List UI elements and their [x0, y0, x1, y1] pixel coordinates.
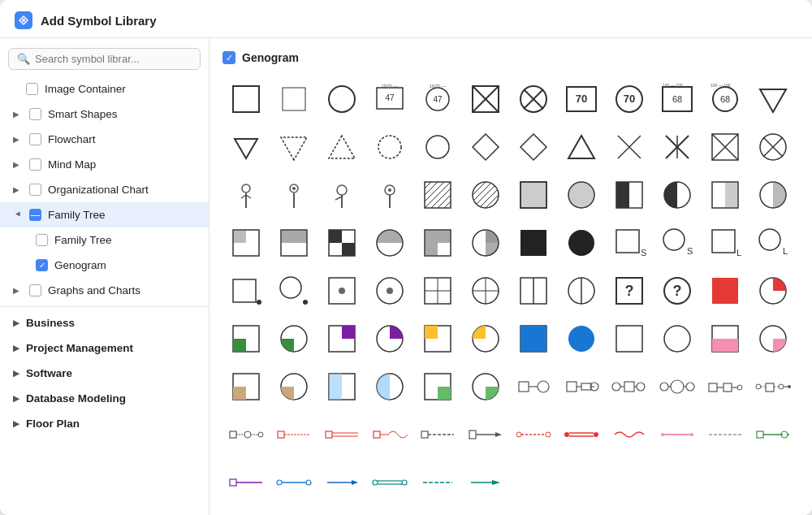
- symbol-square-age-47[interactable]: 471970 —: [366, 76, 412, 122]
- symbol-red-conn-1[interactable]: [510, 411, 556, 457]
- symbol-square-68[interactable]: 68100 — 100: [654, 76, 700, 122]
- symbol-x-square[interactable]: [606, 123, 652, 170]
- symbol-blue-square[interactable]: [510, 315, 556, 361]
- symbol-circle-x[interactable]: [510, 76, 556, 122]
- sidebar-item-smart-shapes[interactable]: ▶ Smart Shapes: [0, 102, 209, 127]
- symbol-circle-center-dot[interactable]: [366, 267, 412, 314]
- symbol-connector-4[interactable]: [654, 363, 700, 409]
- symbol-circle[interactable]: [318, 76, 365, 122]
- symbol-pink-half-square[interactable]: [702, 315, 748, 361]
- symbol-square-center-dot[interactable]: [318, 267, 365, 314]
- symbol-vsplit-square[interactable]: [510, 267, 556, 314]
- symbol-square[interactable]: [222, 76, 269, 122]
- symbol-full-black-square[interactable]: [510, 219, 556, 266]
- symbol-plant-3[interactable]: [318, 171, 365, 218]
- symbol-x-circle[interactable]: [749, 123, 796, 170]
- symbol-question-circle[interactable]: ?: [654, 267, 700, 314]
- sidebar-item-graphs[interactable]: ▶ Graphs and Charts: [0, 278, 209, 303]
- symbol-circle-l[interactable]: L: [749, 219, 796, 266]
- symbol-red-pie-circle[interactable]: [749, 267, 796, 314]
- symbol-triangle-down[interactable]: [749, 76, 796, 122]
- symbol-half-circle-top[interactable]: [366, 219, 412, 266]
- symbol-red-conn-2[interactable]: [558, 411, 604, 457]
- checkbox-family-tree[interactable]: —: [29, 209, 41, 221]
- symbol-cross-square[interactable]: [702, 123, 748, 170]
- symbol-connector-1[interactable]: [510, 363, 556, 409]
- symbol-circle-dot[interactable]: [270, 267, 317, 314]
- sidebar-item-org-chart[interactable]: ▶ Organizational Chart: [0, 177, 209, 202]
- symbol-circle-filled-small[interactable]: [414, 123, 460, 170]
- symbol-three-quarter-square[interactable]: [414, 219, 460, 266]
- symbol-half-black-circle-left[interactable]: [654, 171, 700, 218]
- symbol-line-connector-6[interactable]: [462, 411, 508, 457]
- symbol-tan-circle[interactable]: [270, 363, 317, 409]
- symbol-x-crossed[interactable]: [654, 123, 700, 170]
- symbol-circle-pie[interactable]: [462, 219, 508, 266]
- symbol-square-x[interactable]: [462, 76, 508, 122]
- symbol-square-4quad[interactable]: [414, 267, 460, 314]
- symbol-square-70[interactable]: 70: [558, 76, 604, 122]
- checkbox-mind-map[interactable]: [29, 158, 41, 171]
- symbol-circle-age-47[interactable]: 471970 —: [414, 76, 460, 122]
- symbol-square-s[interactable]: S: [606, 219, 652, 266]
- symbol-red-wavy[interactable]: [606, 411, 652, 457]
- symbol-circle-4quad[interactable]: [462, 267, 508, 314]
- symbol-vsplit-circle[interactable]: [558, 267, 604, 314]
- symbol-plant-4[interactable]: [366, 171, 412, 218]
- checkbox-image-container[interactable]: [26, 83, 38, 95]
- symbol-dense-hatch-circle[interactable]: [558, 171, 604, 218]
- symbol-green-quad-circle[interactable]: [462, 363, 508, 409]
- symbol-hatch-square[interactable]: [414, 171, 460, 218]
- symbol-square-l[interactable]: L: [702, 219, 748, 266]
- symbol-half-square-top[interactable]: [270, 219, 317, 266]
- symbol-red-square[interactable]: [702, 267, 748, 314]
- symbol-purple-conn[interactable]: [222, 459, 269, 505]
- symbol-plant-1[interactable]: [222, 171, 269, 218]
- symbol-green-conn[interactable]: [749, 411, 796, 457]
- symbol-half-black-square-right[interactable]: [702, 171, 748, 218]
- symbol-pink-line[interactable]: [654, 411, 700, 457]
- symbol-question-square[interactable]: ?: [606, 267, 652, 314]
- checkbox-family-tree-sub[interactable]: [36, 234, 48, 246]
- symbol-diamond-2[interactable]: [510, 123, 556, 170]
- symbol-circle-70[interactable]: 70: [606, 76, 652, 122]
- search-wrap[interactable]: 🔍: [8, 48, 201, 70]
- symbol-green-quad-square[interactable]: [414, 363, 460, 409]
- symbol-teal-conn[interactable]: [366, 459, 412, 505]
- symbol-teal-dash[interactable]: [414, 459, 460, 505]
- symbol-blue-circle[interactable]: [558, 315, 604, 361]
- sidebar-item-mind-map[interactable]: ▶ Mind Map: [0, 152, 209, 177]
- symbol-green-pie[interactable]: [270, 315, 317, 361]
- symbol-triangle-down-variant[interactable]: [222, 123, 269, 170]
- symbol-square-thin[interactable]: [270, 76, 317, 122]
- symbol-pink-pie-circle[interactable]: [749, 315, 796, 361]
- checkbox-graphs[interactable]: [29, 284, 41, 296]
- sidebar-section-floor-plan[interactable]: ▶ Floor Plan: [0, 411, 209, 436]
- symbol-half-black-square-left[interactable]: [606, 171, 652, 218]
- symbol-quarter-square-1[interactable]: [222, 219, 269, 266]
- symbol-diamond[interactable]: [462, 123, 508, 170]
- sidebar-section-business[interactable]: ▶ Business: [0, 310, 209, 335]
- sidebar-item-flowchart[interactable]: ▶ Flowchart: [0, 127, 209, 152]
- symbol-line-connector-5[interactable]: [414, 411, 460, 457]
- symbol-line-connector-1[interactable]: [222, 411, 269, 457]
- symbol-purple-square[interactable]: [318, 315, 365, 361]
- symbol-half-black-circle-right[interactable]: [749, 171, 796, 218]
- symbol-square-dot[interactable]: [222, 267, 269, 314]
- symbol-green-square[interactable]: [222, 315, 269, 361]
- sidebar-section-project-mgmt[interactable]: ▶ Project Management: [0, 335, 209, 361]
- sidebar-item-genogram-sub[interactable]: ✓ Genogram: [0, 253, 209, 278]
- sidebar-item-family-tree-sub[interactable]: Family Tree: [0, 227, 209, 253]
- checkbox-flowchart[interactable]: [29, 133, 41, 145]
- symbol-plant-2[interactable]: [270, 171, 317, 218]
- checkbox-smart-shapes[interactable]: [29, 108, 41, 120]
- symbol-line-connector-3[interactable]: [318, 411, 365, 457]
- symbol-circle-68[interactable]: 68100 — 100: [702, 76, 748, 122]
- symbol-teal-arrow[interactable]: [462, 459, 508, 505]
- symbol-purple-pie[interactable]: [366, 315, 412, 361]
- symbol-white-square[interactable]: [606, 315, 652, 361]
- panel-checkbox[interactable]: ✓: [222, 51, 235, 64]
- symbol-connector-3[interactable]: [606, 363, 652, 409]
- symbol-connector-6[interactable]: [749, 363, 796, 409]
- sidebar-section-software[interactable]: ▶ Software: [0, 361, 209, 386]
